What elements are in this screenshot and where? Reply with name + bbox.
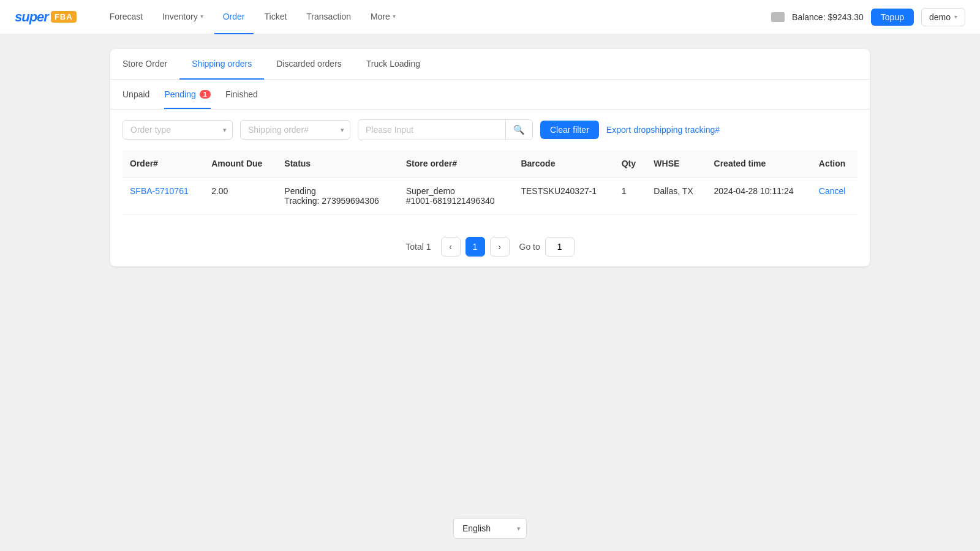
table-wrapper: Order# Amount Due Status Store order# Ba… (110, 150, 870, 227)
cell-order-num: SFBA-5710761 (123, 178, 204, 215)
tracking-number: 273959694306 (322, 196, 379, 206)
nav-item-inventory[interactable]: Inventory ▾ (154, 0, 212, 34)
language-wrapper: English Chinese (453, 518, 527, 539)
order-tabs: Store Order Shipping orders Discarded or… (110, 49, 870, 80)
logo-super-text: super (15, 9, 48, 25)
shipping-order-select[interactable]: Shipping order# (240, 120, 350, 140)
cell-whse: Dallas, TX (646, 178, 706, 215)
tab-pending[interactable]: Pending 1 (164, 89, 211, 109)
chevron-down-icon: ▾ (393, 13, 396, 20)
chevron-down-icon: ▾ (200, 13, 203, 20)
shipping-order-wrapper: Shipping order# (240, 120, 350, 140)
col-amount-due: Amount Due (204, 150, 277, 178)
orders-table: Order# Amount Due Status Store order# Ba… (123, 150, 858, 215)
header-right: Balance: $9243.30 Topup demo ▾ (771, 8, 965, 26)
prev-page-button[interactable]: ‹ (441, 237, 461, 257)
pagination: Total 1 ‹ 1 › Go to (110, 227, 870, 266)
nav-item-ticket[interactable]: Ticket (256, 0, 296, 34)
balance-text: Balance: $9243.30 (792, 12, 864, 22)
header: super FBA Forecast Inventory ▾ Order Tic… (0, 0, 980, 34)
col-action: Action (812, 150, 858, 178)
orders-card: Store Order Shipping orders Discarded or… (110, 49, 870, 266)
next-page-button[interactable]: › (490, 237, 510, 257)
nav-item-more[interactable]: More ▾ (362, 0, 404, 34)
balance-icon (771, 12, 785, 22)
goto-input[interactable] (545, 237, 575, 257)
status-tabs: Unpaid Pending 1 Finished (110, 80, 870, 110)
tracking-label: Tracking: (284, 196, 319, 206)
tab-finished[interactable]: Finished (225, 89, 258, 109)
col-status: Status (277, 150, 398, 178)
nav-item-forecast[interactable]: Forecast (101, 0, 151, 34)
table-row: SFBA-5710761 2.00 Pending Tracking: 2739… (123, 178, 858, 215)
col-whse: WHSE (646, 150, 706, 178)
status-text: Pending (284, 186, 391, 196)
nav-item-order[interactable]: Order (214, 0, 254, 34)
export-dropshipping-link[interactable]: Export dropshipping tracking# (606, 125, 720, 135)
search-icon: 🔍 (513, 124, 525, 135)
order-type-select[interactable]: Order type (123, 120, 233, 140)
goto-wrapper: Go to (519, 237, 575, 257)
footer: English Chinese (0, 506, 980, 551)
tab-shipping-orders[interactable]: Shipping orders (179, 49, 264, 80)
tab-truck-loading[interactable]: Truck Loading (354, 49, 432, 80)
logo: super FBA (15, 9, 77, 25)
chevron-down-icon: ▾ (954, 13, 957, 20)
language-select[interactable]: English Chinese (453, 518, 527, 539)
demo-button[interactable]: demo ▾ (921, 8, 965, 26)
cell-action: Cancel (812, 178, 858, 215)
cell-status: Pending Tracking: 273959694306 (277, 178, 398, 215)
main-nav: Forecast Inventory ▾ Order Ticket Transa… (101, 0, 771, 34)
search-button[interactable]: 🔍 (505, 120, 532, 140)
order-type-wrapper: Order type (123, 120, 233, 140)
cell-qty: 1 (614, 178, 647, 215)
order-number-link[interactable]: SFBA-5710761 (130, 186, 189, 196)
search-wrapper: 🔍 (358, 119, 533, 140)
pagination-total: Total 1 (405, 242, 431, 252)
goto-label: Go to (519, 242, 540, 252)
store-order-num: #1001-6819121496340 (406, 196, 507, 206)
col-order-num: Order# (123, 150, 204, 178)
tab-discarded-orders[interactable]: Discarded orders (264, 49, 354, 80)
main-content: Store Order Shipping orders Discarded or… (0, 34, 980, 281)
pending-badge: 1 (200, 90, 211, 99)
cell-amount-due: 2.00 (204, 178, 277, 215)
col-store-order: Store order# (399, 150, 514, 178)
col-created-time: Created time (707, 150, 812, 178)
nav-item-transaction[interactable]: Transaction (298, 0, 360, 34)
store-order-name: Super_demo (406, 186, 507, 196)
cancel-link[interactable]: Cancel (819, 186, 846, 196)
tracking-info: Tracking: 273959694306 (284, 196, 391, 206)
cell-barcode: TESTSKU240327-1 (513, 178, 614, 215)
cell-store-order: Super_demo #1001-6819121496340 (399, 178, 514, 215)
topup-button[interactable]: Topup (871, 9, 914, 26)
page-1-button[interactable]: 1 (466, 237, 485, 257)
tab-unpaid[interactable]: Unpaid (123, 89, 149, 109)
col-qty: Qty (614, 150, 647, 178)
search-input[interactable] (358, 121, 505, 139)
tab-store-order[interactable]: Store Order (110, 49, 179, 80)
col-barcode: Barcode (513, 150, 614, 178)
filter-row: Order type Shipping order# 🔍 Clear filte… (110, 110, 870, 150)
logo-fba-badge: FBA (51, 11, 77, 23)
cell-created-time: 2024-04-28 10:11:24 (707, 178, 812, 215)
clear-filter-button[interactable]: Clear filter (540, 121, 599, 139)
